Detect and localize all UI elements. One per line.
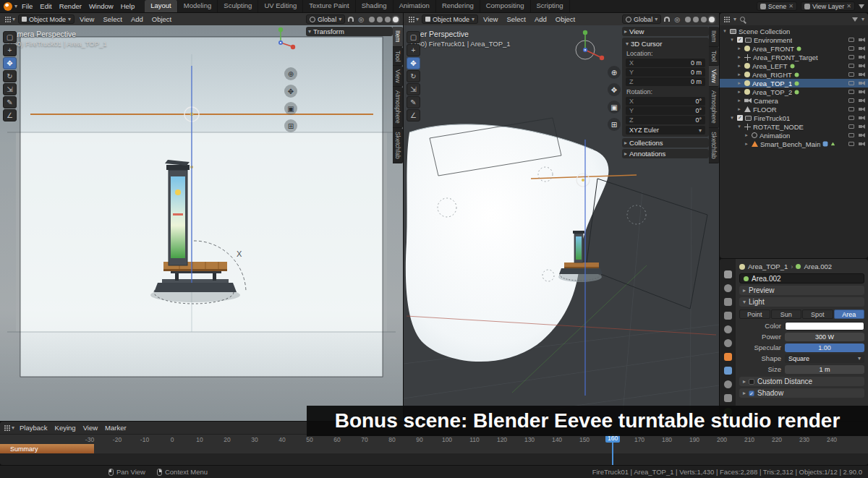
- outliner-row-rotate-node[interactable]: ▾ROTATE_NODE: [720, 122, 868, 131]
- cursor-panel-header[interactable]: ▾ 3D Cursor: [624, 39, 707, 48]
- cursor-location-x-field[interactable]: X0 m: [626, 59, 705, 67]
- npanel-tab-view[interactable]: View: [709, 66, 719, 87]
- viewport-menu-view[interactable]: View: [76, 14, 98, 24]
- zoom-icon[interactable]: ⊕: [284, 67, 297, 80]
- zoom-icon[interactable]: ⊕: [608, 66, 621, 79]
- shape-field[interactable]: Square▾: [785, 354, 864, 363]
- viewport-menu-select[interactable]: Select: [503, 14, 529, 24]
- disable-viewport-icon[interactable]: [848, 124, 854, 129]
- properties-tab-render[interactable]: [720, 283, 736, 294]
- disclosure-right-icon[interactable]: ▸: [736, 89, 742, 95]
- snap-magnet-icon[interactable]: [348, 17, 354, 22]
- properties-tab-constraints[interactable]: [720, 393, 736, 404]
- annotations-panel-header[interactable]: ▸ Annotations: [622, 149, 709, 158]
- disable-viewport-icon[interactable]: [848, 46, 854, 51]
- properties-tab-output[interactable]: [720, 296, 736, 307]
- measure-tool[interactable]: ∠: [407, 109, 420, 121]
- disclosure-right-icon[interactable]: ▸: [736, 106, 742, 112]
- timeline-menu-view[interactable]: View: [80, 423, 101, 432]
- viewport-menu-add[interactable]: Add: [531, 14, 550, 24]
- workspace-tab-sculpting[interactable]: Sculpting: [218, 0, 258, 12]
- disable-render-icon[interactable]: [859, 72, 865, 77]
- collection-checkbox[interactable]: ✓: [737, 37, 743, 43]
- transform-panel-header[interactable]: ▾ Transform: [306, 27, 393, 36]
- pan-hand-icon[interactable]: ✥: [284, 85, 297, 98]
- npanel-tab-tool[interactable]: Tool: [393, 47, 403, 67]
- disable-render-icon[interactable]: [859, 64, 865, 68]
- wireframe-shading-icon[interactable]: [685, 17, 691, 22]
- light-type-sun[interactable]: Sun: [771, 310, 802, 319]
- viewport-body[interactable]: User Perspective (160) FireTruck01 | Are…: [404, 25, 719, 421]
- disclosure-right-icon[interactable]: ▸: [736, 54, 742, 60]
- workspace-tab-compositing[interactable]: Compositing: [480, 0, 531, 12]
- disable-viewport-icon[interactable]: [848, 55, 854, 59]
- workspace-tab-shading[interactable]: Shading: [356, 0, 393, 12]
- workspace-tab-rendering[interactable]: Rendering: [436, 0, 480, 12]
- size-field[interactable]: 1 m: [785, 365, 864, 374]
- disclosure-down-icon[interactable]: ▾: [729, 37, 735, 43]
- filter-icon[interactable]: [852, 17, 858, 22]
- outliner-row-camera[interactable]: ▸Camera: [720, 96, 868, 105]
- disclosure-right-icon[interactable]: ▸: [736, 63, 742, 69]
- collections-panel-header[interactable]: ▸ Collections: [622, 138, 709, 148]
- proportional-edit-icon[interactable]: ◎: [673, 16, 681, 23]
- disable-viewport-icon[interactable]: [848, 90, 854, 94]
- outliner-editor-icon[interactable]: [723, 16, 730, 22]
- timeline-editor-icon[interactable]: [4, 424, 10, 431]
- disable-viewport-icon[interactable]: [848, 98, 854, 103]
- workspace-tab-layout[interactable]: Layout: [145, 0, 178, 12]
- datablock-name-field[interactable]: Area.002: [739, 273, 864, 283]
- light-type-spot[interactable]: Spot: [802, 310, 833, 319]
- color-field[interactable]: [785, 322, 864, 330]
- pan-hand-icon[interactable]: ✥: [608, 83, 621, 96]
- rotation-mode-dropdown[interactable]: XYZ Euler ▾: [626, 126, 705, 135]
- workspace-tab-scripting[interactable]: Scripting: [531, 0, 570, 12]
- outliner-row-area-right[interactable]: ▸Area_RIGHT: [720, 70, 868, 79]
- properties-tab-object[interactable]: [720, 351, 736, 362]
- material-shading-icon[interactable]: [385, 17, 391, 22]
- scene-selector[interactable]: Scene ✕: [757, 1, 797, 11]
- outliner-row-area-left[interactable]: ▸Area_LEFT: [720, 61, 868, 70]
- disable-render-icon[interactable]: [859, 107, 865, 111]
- timeline-menu-playback[interactable]: Playback: [16, 423, 51, 432]
- npanel-tab-tool[interactable]: Tool: [709, 47, 719, 67]
- camera-view-icon[interactable]: ▣: [608, 101, 621, 114]
- disable-viewport-icon[interactable]: [848, 64, 854, 68]
- editor-type-button[interactable]: ▾: [3, 16, 17, 22]
- npanel-tab-sketchfab[interactable]: Sketchfab: [393, 128, 403, 163]
- outliner-row-area-front-target[interactable]: ▸Area_FRONT_Target: [720, 53, 868, 61]
- light-type-point[interactable]: Point: [739, 310, 770, 319]
- preview-panel-header[interactable]: ▸ Preview: [739, 286, 864, 295]
- disable-render-icon[interactable]: [859, 133, 865, 137]
- move-tool[interactable]: ✥: [3, 57, 17, 69]
- properties-tab-view-layer[interactable]: [720, 310, 736, 321]
- snap-magnet-icon[interactable]: [664, 17, 670, 22]
- viewport-menu-object[interactable]: Object: [148, 14, 175, 24]
- workspace-tab-uv-editing[interactable]: UV Editing: [258, 0, 303, 12]
- ortho-grid-icon[interactable]: ⊞: [284, 119, 297, 132]
- cursor-rotation-z-field[interactable]: Z0°: [626, 116, 705, 124]
- workspace-tab-texture-paint[interactable]: Texture Paint: [303, 0, 355, 12]
- npanel-tab-item[interactable]: Item: [393, 27, 403, 47]
- disclosure-down-icon[interactable]: ▾: [736, 124, 742, 129]
- disable-render-icon[interactable]: [859, 116, 865, 120]
- disable-viewport-icon[interactable]: [848, 107, 854, 111]
- disclosure-right-icon[interactable]: ▸: [744, 132, 749, 138]
- workspace-tab-animation[interactable]: Animation: [393, 0, 436, 12]
- viewport-menu-add[interactable]: Add: [127, 14, 147, 24]
- npanel-tab-item[interactable]: Item: [709, 27, 719, 47]
- solid-shading-icon[interactable]: [377, 17, 383, 22]
- rotate-tool[interactable]: ↻: [3, 70, 17, 82]
- rotate-tool[interactable]: ↻: [407, 70, 420, 82]
- breadcrumb-data[interactable]: Area.002: [804, 263, 832, 270]
- view-layer-selector[interactable]: View Layer ✕: [801, 1, 855, 11]
- blender-logo-icon[interactable]: [4, 2, 12, 11]
- outliner-row-firetruck01[interactable]: ▾✓FireTruck01: [720, 114, 868, 122]
- custom-distance-panel-header[interactable]: ▸ Custom Distance: [739, 377, 864, 386]
- properties-tab-modifiers[interactable]: [720, 365, 736, 376]
- menu-file[interactable]: File: [18, 1, 36, 11]
- wireframe-shading-icon[interactable]: [369, 17, 375, 22]
- move-tool[interactable]: ✥: [407, 57, 420, 69]
- properties-tab-scene[interactable]: [720, 324, 736, 335]
- annotate-tool[interactable]: ✎: [407, 96, 420, 108]
